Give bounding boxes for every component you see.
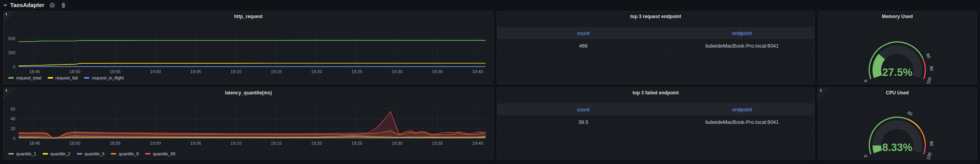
x-axis-tick-label: 19:00: [150, 141, 161, 146]
panel-title[interactable]: top 3 failed endpoint: [497, 90, 814, 96]
x-axis-tick-label: 19:10: [230, 69, 241, 74]
legend-label: request_in_flight: [92, 76, 124, 80]
series-line-request_fail: [19, 63, 486, 66]
legend-label: request_fail: [56, 76, 78, 80]
chevron-down-icon: [3, 3, 7, 7]
legend-label: request_total: [16, 76, 41, 80]
gauge-tick-label: 80: [925, 53, 932, 59]
legend-item-quantile_2[interactable]: quantile_2: [43, 151, 71, 156]
legend-swatch: [8, 77, 14, 79]
x-axis-tick-label: 19:20: [311, 141, 322, 146]
cell-endpoint: liubeideMacBook-Pro.local:6041: [670, 115, 814, 129]
cell-count: 39.5: [497, 115, 670, 129]
legend-item-request_fail[interactable]: request_fail: [48, 76, 78, 80]
legend-swatch: [43, 153, 48, 155]
legend-item-request_in_flight[interactable]: request_in_flight: [84, 76, 124, 80]
y-axis-tick-label: 500: [8, 36, 15, 41]
legend-item-quantile_5[interactable]: quantile_5: [77, 151, 105, 156]
x-axis-tick-label: 18:50: [69, 141, 80, 146]
dashboard-row-header: TaosAdapter: [3, 0, 67, 10]
legend-swatch: [8, 153, 14, 155]
x-axis-tick-label: 19:35: [432, 69, 443, 74]
x-axis-tick-label: 19:05: [190, 69, 201, 74]
x-axis-tick-label: 19:15: [271, 69, 282, 74]
x-axis-tick-label: 19:20: [311, 69, 322, 74]
cell-count: 466: [497, 39, 670, 53]
y-axis-tick-label: 250: [8, 50, 15, 55]
failed-endpoint-table: count endpoint 39.5 liubeideMacBook-Pro.…: [497, 103, 814, 129]
row-delete-button[interactable]: [60, 2, 67, 9]
legend-label: quantile_1: [16, 151, 36, 156]
http-request-chart[interactable]: 18:4518:5018:5519:0019:0519:1019:1519:20…: [4, 11, 493, 84]
panel-memory-used: Memory Used 08090100 27.5%: [818, 11, 977, 84]
panel-latency-quantile: i latency_quantile(ms) 18:4518:5018:5519…: [3, 87, 494, 160]
x-axis-tick-label: 19:25: [351, 69, 362, 74]
column-header-endpoint[interactable]: endpoint: [670, 103, 814, 115]
column-header-endpoint[interactable]: endpoint: [670, 27, 814, 39]
chart-legend: quantile_1quantile_2quantile_5quantile_9…: [8, 151, 175, 156]
row-collapse-toggle[interactable]: TaosAdapter: [3, 2, 45, 8]
memory-value: 27.5%: [818, 66, 976, 79]
legend-label: quantile_2: [50, 151, 71, 156]
y-axis-tick-label: 0: [13, 64, 15, 69]
trash-icon: [61, 2, 66, 8]
cell-endpoint: liubeideMacBook-Pro.local:6041: [670, 39, 814, 53]
series-area-quantile_99: [19, 111, 486, 138]
legend-swatch: [145, 153, 150, 155]
gauge-tick-label: 60: [907, 110, 913, 116]
legend-swatch: [111, 153, 116, 155]
y-axis-tick-label: 60: [11, 107, 15, 111]
legend-label: quantile_9: [119, 151, 139, 156]
panel-cpu-used: i CPU Used 06090100 8.33%: [818, 87, 977, 160]
legend-label: quantile_99: [153, 151, 175, 156]
legend-item-quantile_1[interactable]: quantile_1: [8, 151, 36, 156]
x-axis-tick-label: 18:45: [29, 141, 40, 146]
panel-top-failed-endpoint: top 3 failed endpoint count endpoint 39.…: [497, 87, 815, 160]
x-axis-tick-label: 19:30: [392, 69, 403, 74]
x-axis-tick-label: 19:30: [392, 141, 403, 146]
x-axis-tick-label: 19:25: [351, 141, 362, 146]
legend-swatch: [77, 153, 82, 155]
gauge-tick-label: 0: [863, 154, 868, 158]
table-header-row: count endpoint: [497, 27, 814, 39]
x-axis-tick-label: 19:10: [230, 141, 241, 146]
legend-swatch: [84, 77, 89, 79]
series-line-request_total: [19, 41, 486, 42]
table-row: 39.5 liubeideMacBook-Pro.local:6041: [497, 115, 814, 129]
grafana-dashboard: TaosAdapter: [0, 0, 980, 164]
chart-legend: request_totalrequest_failrequest_in_flig…: [8, 76, 124, 80]
legend-label: quantile_5: [85, 151, 105, 156]
x-axis-tick-label: 19:40: [472, 141, 483, 146]
panel-http-request: i http_request 18:4518:5018:5519:0019:05…: [3, 11, 494, 84]
row-title: TaosAdapter: [10, 2, 45, 8]
row-settings-button[interactable]: [48, 2, 56, 9]
column-header-count[interactable]: count: [497, 103, 670, 115]
legend-item-quantile_9[interactable]: quantile_9: [111, 151, 139, 156]
request-endpoint-table: count endpoint 466 liubeideMacBook-Pro.l…: [497, 27, 814, 53]
legend-swatch: [48, 77, 53, 79]
panel-top-request-endpoint: top 3 request endpoint count endpoint 46…: [497, 11, 815, 84]
gauge-tick-label: 0: [863, 79, 868, 83]
x-axis-tick-label: 18:55: [110, 69, 121, 74]
x-axis-tick-label: 18:50: [69, 69, 80, 74]
latency-quantile-chart[interactable]: 18:4518:5018:5519:0019:0519:1019:1519:20…: [4, 88, 493, 160]
x-axis-tick-label: 19:35: [432, 141, 443, 146]
x-axis-tick-label: 19:40: [472, 69, 483, 74]
y-axis-tick-label: 0: [13, 136, 15, 141]
x-axis-tick-label: 19:05: [190, 141, 201, 146]
x-axis-tick-label: 19:00: [150, 69, 161, 74]
cpu-value: 8.33%: [818, 142, 976, 154]
gear-icon: [49, 2, 55, 8]
y-axis-tick-label: 20: [11, 126, 15, 131]
table-row: 466 liubeideMacBook-Pro.local:6041: [497, 39, 814, 53]
panel-title[interactable]: top 3 request endpoint: [497, 14, 814, 19]
x-axis-tick-label: 19:15: [271, 141, 282, 146]
table-header-row: count endpoint: [497, 103, 814, 115]
x-axis-tick-label: 18:45: [29, 69, 40, 74]
x-axis-tick-label: 18:55: [110, 141, 121, 146]
y-axis-tick-label: 40: [11, 116, 15, 121]
legend-item-quantile_99[interactable]: quantile_99: [145, 151, 175, 156]
column-header-count[interactable]: count: [497, 27, 670, 39]
legend-item-request_total[interactable]: request_total: [8, 76, 41, 80]
